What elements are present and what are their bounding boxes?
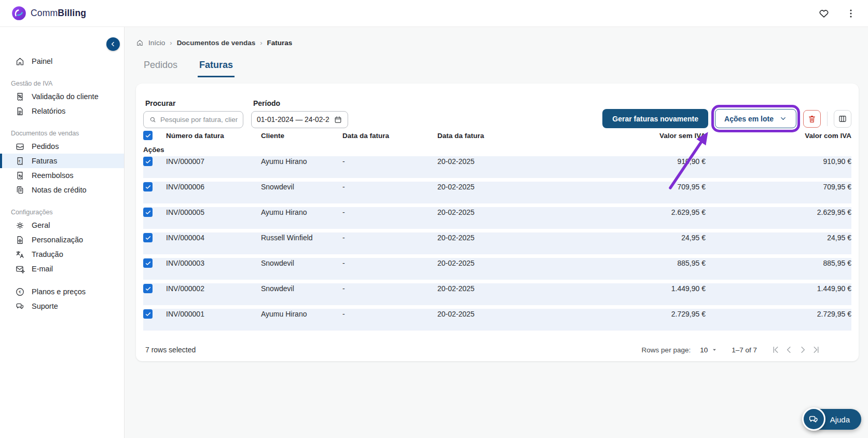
favorites-heart-icon[interactable] [818, 8, 830, 19]
invoice-number-cell: INV/000007 [166, 157, 261, 166]
row-checkbox-cell [143, 157, 166, 166]
topbar-actions [818, 8, 857, 19]
breadcrumb-separator: › [170, 39, 172, 47]
caret-down-icon [711, 346, 718, 353]
net-value-cell: 2.729,95 € [613, 310, 706, 318]
sidebar-item-label: Planos e preços [32, 288, 86, 296]
help-widget[interactable]: Ajuda [805, 409, 861, 430]
translate-icon [15, 250, 25, 259]
row-checkbox[interactable] [143, 284, 153, 293]
row-checkbox[interactable] [143, 157, 153, 166]
sidebar-collapse-button[interactable] [106, 37, 120, 51]
gross-value-cell: 1.449,90 € [706, 284, 851, 293]
period-input[interactable]: 01-01-2024 — 24-02-2025 [251, 111, 348, 128]
sidebar-item-planos-e-pre-os[interactable]: €Planos e preços [0, 284, 124, 299]
orders-icon [15, 142, 25, 152]
invoice-date-cell: - [342, 157, 437, 166]
toolbar-divider [827, 112, 828, 126]
pager [769, 344, 822, 356]
next-page-icon [798, 345, 807, 354]
calendar-icon [334, 115, 342, 124]
brand-comm: Comm [31, 8, 58, 18]
chevron-left-icon [109, 40, 117, 48]
breadcrumb-documentos-de-vendas[interactable]: Documentos de vendas [177, 39, 256, 47]
sidebar-item-label: Painel [32, 57, 52, 65]
table-row[interactable]: INV/000007Ayumu Hirano-20-02-2025910,90 … [143, 156, 851, 178]
search-field-group: Procurar [143, 99, 243, 128]
issue-date-cell: 20-02-2025 [437, 208, 613, 216]
table-row[interactable]: INV/000005Ayumu Hirano-20-02-20252.629,9… [143, 207, 851, 229]
euro-circle-icon: € [15, 287, 25, 297]
invoice-number-cell: INV/000005 [166, 208, 261, 216]
invoice-date-cell: - [342, 284, 437, 293]
page-range-text: 1–7 of 7 [732, 346, 757, 354]
sidebar-item-geral[interactable]: Geral [0, 218, 124, 232]
columns-settings-button[interactable] [834, 110, 851, 128]
breadcrumb-separator: › [260, 39, 262, 47]
sidebar-item-pedidos[interactable]: Pedidos [0, 139, 124, 154]
sidebar-item-tradu-o[interactable]: Tradução [0, 247, 124, 262]
sidebar-nav: PainelGestão de IVAValidação do clienteR… [0, 27, 124, 313]
rows-per-page-select[interactable]: 10 [700, 346, 718, 354]
sidebar-item-label: Reembolsos [32, 171, 74, 180]
sidebar-item-personaliza-o[interactable]: Personalização [0, 232, 124, 247]
gross-value-cell: 2.629,95 € [706, 208, 851, 216]
chat-bubbles-icon [808, 414, 819, 425]
row-checkbox[interactable] [143, 208, 153, 217]
period-label: Período [253, 99, 348, 107]
tab-faturas[interactable]: Faturas [198, 60, 235, 77]
last-page-button[interactable] [810, 344, 822, 356]
issue-date-cell: 20-02-2025 [437, 310, 613, 318]
table-row[interactable]: INV/000004Russell Winfield-20-02-202524,… [143, 232, 851, 254]
select-all-checkbox[interactable] [143, 131, 153, 140]
table-row[interactable]: INV/000002Snowdevil-20-02-20251.449,90 €… [143, 283, 851, 305]
sidebar-item-valida-o-do-cliente[interactable]: Validação do cliente [0, 89, 124, 104]
previous-page-icon [784, 345, 794, 354]
sidebar-section-label: Documentos de vendas [0, 118, 124, 139]
sidebar-item-relat-rios[interactable]: Relatórios [0, 104, 124, 118]
svg-text:€: € [19, 158, 21, 163]
search-input[interactable] [160, 116, 238, 124]
client-cell: Ayumu Hirano [261, 310, 342, 318]
search-icon [149, 116, 157, 124]
table-row[interactable]: INV/000003Snowdevil-20-02-2025885,95 €88… [143, 258, 851, 280]
sidebar-spacer [0, 276, 124, 284]
sidebar-item-e-mail[interactable]: E-mail [0, 262, 124, 276]
commbilling-logo-icon [11, 6, 26, 21]
batch-actions-button[interactable]: Ações em lote [715, 109, 796, 128]
gross-value-cell: 910,90 € [706, 157, 851, 166]
sidebar-item-label: Relatórios [32, 107, 65, 115]
app-logo[interactable]: CommBilling [11, 6, 86, 21]
sidebar-item-suporte[interactable]: Suporte [0, 299, 124, 313]
row-actions-cell: XML [143, 320, 166, 330]
table-row[interactable]: INV/000006Snowdevil-20-02-2025709,95 €70… [143, 182, 851, 203]
row-checkbox[interactable] [143, 309, 153, 319]
regenerate-invoices-button[interactable]: Gerar faturas novamente [602, 109, 708, 128]
row-checkbox[interactable] [143, 233, 153, 242]
delete-button[interactable] [803, 110, 821, 128]
next-page-button[interactable] [796, 344, 809, 356]
first-page-button[interactable] [769, 344, 782, 356]
invoice-number-cell: INV/000001 [166, 310, 261, 318]
invoice-number-cell: INV/000002 [166, 284, 261, 293]
sidebar-item-notas-de-cr-dito[interactable]: Notas de crédito [0, 183, 124, 197]
table-row[interactable]: INV/000001Ayumu Hirano-20-02-20252.729,9… [143, 309, 851, 331]
filter-toolbar: Procurar Período 01-01-2024 — 24-02-2025 [143, 84, 851, 128]
invoice-date-cell: - [342, 234, 437, 242]
sidebar-item-faturas[interactable]: €Faturas [0, 154, 124, 168]
net-value-cell: 1.449,90 € [613, 284, 706, 293]
kebab-menu-icon[interactable] [845, 8, 857, 19]
gear-icon [15, 221, 25, 230]
breadcrumb-faturas[interactable]: Faturas [267, 39, 293, 47]
row-checkbox-cell [143, 208, 166, 217]
breadcrumb-inicio[interactable]: Início [148, 39, 165, 47]
receipt-percent-icon [15, 92, 25, 102]
invoice-date-cell: - [342, 183, 437, 191]
sidebar-item-painel[interactable]: Painel [0, 54, 124, 69]
tab-pedidos[interactable]: Pedidos [142, 60, 179, 77]
row-checkbox[interactable] [143, 182, 153, 191]
previous-page-button[interactable] [783, 344, 795, 356]
invoice-number-cell: INV/000006 [166, 183, 261, 191]
row-checkbox[interactable] [143, 258, 153, 268]
sidebar-item-reembolsos[interactable]: Reembolsos [0, 168, 124, 183]
